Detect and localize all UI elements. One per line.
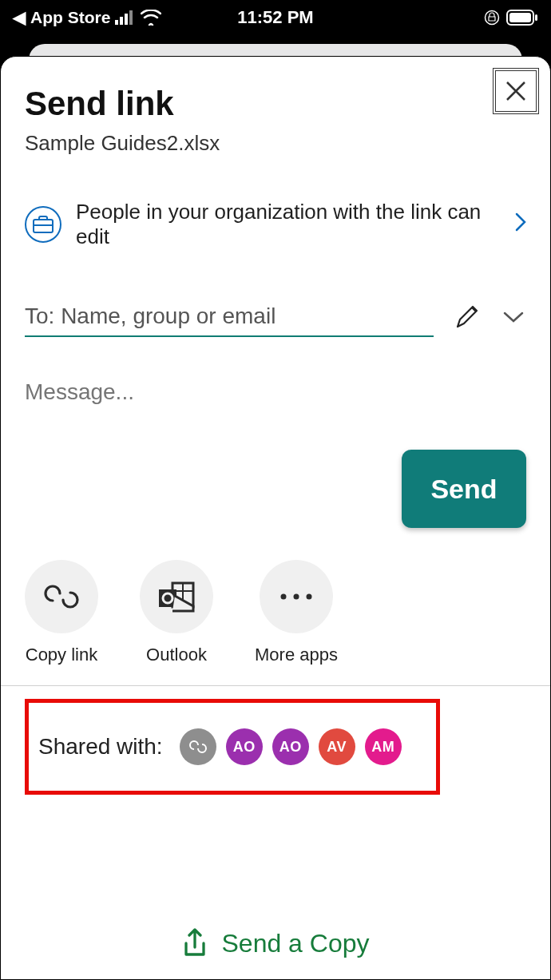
svg-rect-7 — [535, 14, 537, 21]
copy-link-label: Copy link — [26, 645, 97, 665]
svg-rect-0 — [115, 20, 118, 25]
back-app-label[interactable]: App Store — [30, 8, 110, 27]
chevron-down-icon — [502, 310, 525, 324]
message-input[interactable] — [25, 373, 526, 411]
cellular-icon — [115, 10, 136, 25]
more-apps-label: More apps — [255, 645, 338, 665]
shared-with-label: Shared with: — [38, 734, 163, 760]
shared-user-avatar[interactable]: AM — [365, 728, 402, 765]
send-copy-label: Send a Copy — [221, 929, 369, 958]
link-icon — [42, 583, 81, 610]
shared-user-avatar[interactable]: AO — [226, 728, 263, 765]
orientation-lock-icon — [484, 10, 500, 26]
svg-rect-6 — [509, 13, 531, 22]
share-up-icon — [181, 927, 208, 959]
send-button[interactable]: Send — [402, 450, 526, 528]
status-bar: ◀ App Store 11:52 PM — [0, 0, 551, 35]
clock: 11:52 PM — [237, 7, 313, 28]
svg-rect-2 — [125, 14, 128, 25]
close-icon — [504, 79, 528, 103]
svg-rect-3 — [129, 10, 133, 25]
shared-user-avatar[interactable]: AV — [319, 728, 355, 765]
shared-with-section: Shared with: AOAOAVAM — [25, 699, 440, 795]
svg-point-13 — [293, 594, 299, 600]
copy-link-action[interactable]: Copy link — [25, 560, 98, 665]
outlook-action[interactable]: Outlook — [140, 560, 213, 665]
outlook-icon — [157, 580, 196, 613]
shared-user-avatar[interactable]: AO — [272, 728, 309, 765]
divider — [1, 685, 550, 686]
chevron-right-icon — [515, 212, 526, 237]
more-icon — [278, 593, 315, 601]
briefcase-icon — [25, 206, 61, 243]
filename-label: Sample Guides2.xlsx — [25, 131, 526, 156]
shared-link-avatar[interactable] — [180, 728, 216, 765]
recipients-dropdown[interactable] — [501, 310, 526, 324]
edit-pencil-icon[interactable] — [450, 303, 485, 331]
send-a-copy-button[interactable]: Send a Copy — [1, 927, 550, 959]
back-chevron-icon[interactable]: ◀ — [13, 8, 26, 27]
recipients-row — [25, 297, 526, 337]
svg-point-14 — [306, 594, 311, 600]
share-actions: Copy link Outlook More apps — [25, 560, 526, 665]
svg-point-12 — [280, 594, 286, 600]
permission-text: People in your organization with the lin… — [76, 200, 501, 249]
more-apps-action[interactable]: More apps — [255, 560, 338, 665]
outlook-label: Outlook — [146, 645, 207, 665]
svg-rect-1 — [120, 17, 123, 25]
close-button[interactable] — [493, 68, 539, 114]
permission-settings-row[interactable]: People in your organization with the lin… — [25, 200, 526, 249]
battery-icon — [506, 10, 538, 26]
sheet-title: Send link — [25, 85, 526, 123]
recipients-input[interactable] — [25, 297, 434, 337]
wifi-icon — [141, 10, 161, 26]
share-sheet: Send link Sample Guides2.xlsx People in … — [0, 56, 551, 980]
